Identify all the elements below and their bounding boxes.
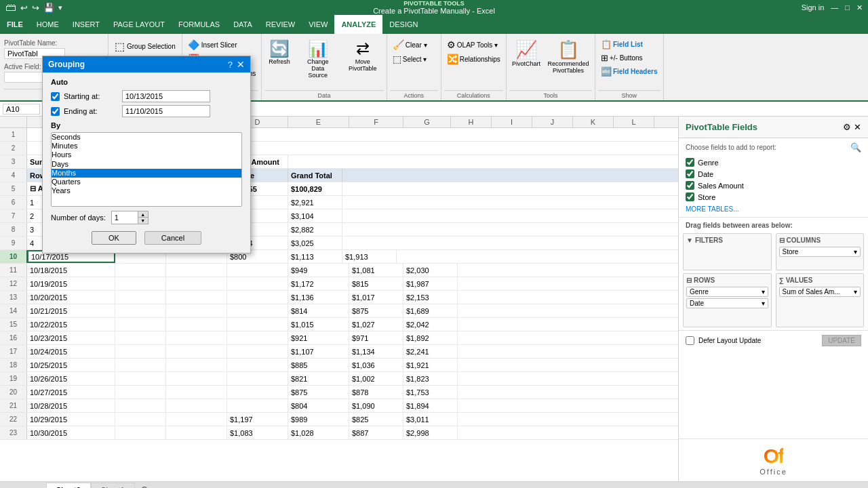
group-selection-btn[interactable]: ⬚ Group Selection bbox=[111, 38, 179, 55]
cell[interactable] bbox=[227, 264, 288, 277]
pivotchart-btn[interactable]: 📈 PivotChart bbox=[509, 38, 543, 68]
sidebar-settings-icon[interactable]: ⚙ bbox=[843, 122, 851, 132]
cell[interactable]: $1,028 bbox=[288, 426, 349, 439]
field-checkbox-genre[interactable] bbox=[686, 158, 694, 167]
cell[interactable] bbox=[115, 386, 166, 399]
cell[interactable]: $1,753 bbox=[403, 386, 458, 399]
cell[interactable]: $2,882 bbox=[288, 223, 342, 236]
cell[interactable]: $989 bbox=[288, 413, 349, 426]
cell[interactable]: $875 bbox=[288, 386, 349, 399]
cell-grand-total[interactable]: Grand Total bbox=[288, 169, 342, 182]
tab-data[interactable]: DATA bbox=[226, 15, 259, 34]
col-header-H[interactable]: H bbox=[451, 117, 492, 127]
cell[interactable] bbox=[115, 318, 166, 331]
cell[interactable]: $1,113 bbox=[288, 250, 342, 263]
quick-access-undo[interactable]: ↩ bbox=[20, 3, 28, 13]
list-item-years[interactable]: Years bbox=[52, 186, 241, 195]
cell[interactable] bbox=[115, 359, 166, 371]
cell[interactable] bbox=[166, 304, 227, 317]
cell[interactable]: $2,921 bbox=[288, 196, 342, 209]
select-btn[interactable]: ⬚ Select ▾ bbox=[390, 52, 438, 66]
cell[interactable]: $2,030 bbox=[403, 264, 458, 277]
cell[interactable]: $1,197 bbox=[227, 413, 288, 426]
cell[interactable] bbox=[166, 264, 227, 277]
cell[interactable]: $1,083 bbox=[227, 426, 288, 439]
cell[interactable]: $887 bbox=[349, 426, 403, 439]
cell[interactable] bbox=[227, 359, 288, 371]
cell[interactable]: $885 bbox=[288, 359, 349, 371]
cell[interactable] bbox=[115, 413, 166, 426]
columns-chip-store[interactable]: Store ▾ bbox=[779, 247, 861, 257]
col-header-F[interactable]: F bbox=[349, 117, 403, 127]
cell[interactable] bbox=[166, 277, 227, 290]
col-header-L[interactable]: L bbox=[614, 117, 654, 127]
list-item-minutes[interactable]: Minutes bbox=[52, 142, 241, 150]
cell[interactable]: 10/24/2015 bbox=[27, 345, 115, 358]
quick-access-save[interactable]: 💾 bbox=[43, 3, 54, 13]
cell[interactable] bbox=[115, 331, 166, 344]
tab-insert[interactable]: INSERT bbox=[66, 15, 106, 34]
dialog-close-btn[interactable]: ✕ bbox=[237, 59, 245, 70]
olap-tools-btn[interactable]: ⚙ OLAP Tools ▾ bbox=[444, 38, 503, 52]
sign-in-link[interactable]: Sign in bbox=[802, 3, 825, 12]
cell[interactable] bbox=[115, 426, 166, 439]
plus-minus-btn[interactable]: ⊞ +/- Buttons bbox=[598, 52, 660, 64]
cell[interactable] bbox=[227, 304, 288, 317]
cell[interactable]: $1,027 bbox=[349, 318, 403, 331]
cell[interactable]: $1,823 bbox=[403, 372, 458, 385]
restore-btn[interactable]: □ bbox=[845, 3, 850, 12]
tab-design[interactable]: DESIGN bbox=[382, 15, 425, 34]
dialog-starting-input[interactable] bbox=[122, 90, 210, 102]
refresh-btn[interactable]: 🔄 Refresh bbox=[264, 38, 294, 66]
cell[interactable]: $971 bbox=[349, 331, 403, 344]
cell[interactable]: $1,892 bbox=[403, 331, 458, 344]
cell[interactable] bbox=[227, 331, 288, 344]
sheet-tab-sheet2[interactable]: Sheet2 bbox=[46, 483, 91, 488]
cell[interactable]: $3,025 bbox=[288, 237, 342, 249]
field-checkbox-store[interactable] bbox=[686, 192, 694, 201]
list-item-hours[interactable]: Hours bbox=[52, 150, 241, 159]
cell[interactable]: $2,998 bbox=[403, 426, 458, 439]
cell[interactable] bbox=[227, 345, 288, 358]
list-item-seconds[interactable]: Seconds bbox=[52, 133, 241, 142]
cell[interactable] bbox=[166, 318, 227, 331]
cell[interactable] bbox=[166, 345, 227, 358]
dialog-days-input[interactable] bbox=[111, 211, 138, 224]
cell[interactable]: $878 bbox=[349, 386, 403, 399]
cell[interactable]: $1,894 bbox=[403, 399, 458, 412]
cell[interactable] bbox=[115, 399, 166, 412]
cell[interactable] bbox=[115, 291, 166, 304]
cell[interactable] bbox=[115, 345, 166, 358]
cell[interactable]: $804 bbox=[288, 399, 349, 412]
cell[interactable]: 10/19/2015 bbox=[27, 277, 115, 290]
cell[interactable]: $1,134 bbox=[349, 345, 403, 358]
cell[interactable]: $921 bbox=[288, 331, 349, 344]
recommended-btn[interactable]: 📋 Recommended PivotTables bbox=[545, 38, 592, 75]
cell[interactable]: $1,107 bbox=[288, 345, 349, 358]
cell[interactable]: $875 bbox=[349, 304, 403, 317]
cell[interactable]: $1,081 bbox=[349, 264, 403, 277]
cell[interactable] bbox=[115, 264, 166, 277]
tab-analyze[interactable]: ANALYZE bbox=[334, 15, 382, 34]
tab-file[interactable]: FILE bbox=[0, 15, 30, 34]
cell[interactable] bbox=[166, 426, 227, 439]
cell[interactable] bbox=[166, 291, 227, 304]
tab-view[interactable]: VIEW bbox=[302, 15, 334, 34]
cell[interactable]: $1,172 bbox=[288, 277, 349, 290]
cell[interactable] bbox=[166, 386, 227, 399]
cell[interactable]: 10/18/2015 bbox=[27, 264, 115, 277]
values-chip-sum[interactable]: Sum of Sales Am... ▾ bbox=[779, 287, 861, 297]
more-tables-link[interactable]: MORE TABLES... bbox=[686, 205, 861, 213]
cell[interactable]: 10/30/2015 bbox=[27, 426, 115, 439]
cell[interactable] bbox=[227, 386, 288, 399]
cell[interactable] bbox=[166, 359, 227, 371]
move-pivot-btn[interactable]: ⇄ Move PivotTable bbox=[342, 38, 384, 73]
update-btn[interactable]: UPDATE bbox=[822, 335, 861, 346]
col-header-J[interactable]: J bbox=[532, 117, 573, 127]
tab-review[interactable]: REVIEW bbox=[259, 15, 302, 34]
field-list-btn[interactable]: 📋 Field List bbox=[598, 38, 660, 51]
dialog-ok-btn[interactable]: OK bbox=[92, 231, 136, 245]
cell[interactable]: $1,136 bbox=[288, 291, 349, 304]
clear-btn[interactable]: 🧹 Clear ▾ bbox=[390, 38, 438, 52]
sheet-tab-sheet1[interactable]: Sheet1 bbox=[91, 483, 135, 488]
